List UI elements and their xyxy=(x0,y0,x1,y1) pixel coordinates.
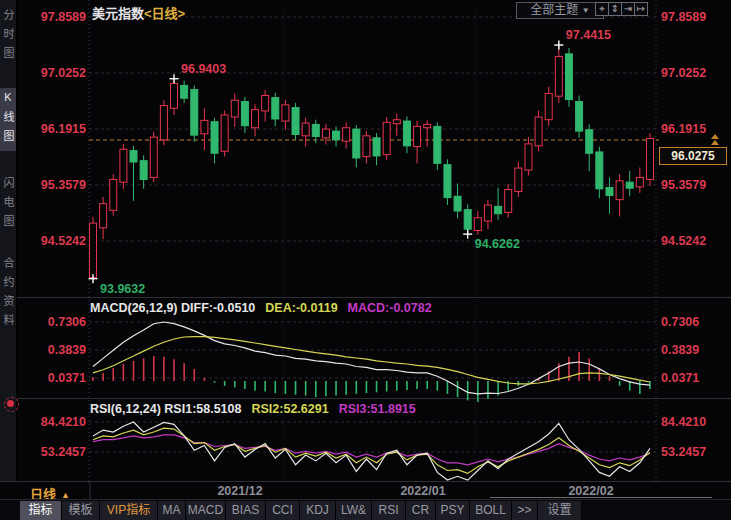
crosshair-icon[interactable]: ⌖ xyxy=(595,2,609,16)
rsi-axis-label-right: 53.2457 xyxy=(661,445,706,460)
tab-指标[interactable]: 指标 xyxy=(20,501,62,520)
macd-axis-label-left: 0.0371 xyxy=(0,371,86,386)
period-tag: <日线> xyxy=(144,6,185,21)
macd-axis-label-left: 0.7306 xyxy=(0,315,86,330)
tab-PSY[interactable]: PSY xyxy=(436,501,470,520)
price-axis-label-left: 95.3579 xyxy=(0,178,86,193)
fit-horizontal-axis-icon[interactable]: ⇥ xyxy=(621,2,635,16)
rsi3-value: RSI3:51.8915 xyxy=(339,402,416,416)
price-axis-label-right: 97.8589 xyxy=(661,10,706,25)
price-annotation: 97.4415 xyxy=(566,28,611,42)
tab-模板[interactable]: 模板 xyxy=(62,501,100,520)
rsi-axis-label-left: 84.4210 xyxy=(0,415,86,430)
price-annotation: 94.6262 xyxy=(475,237,520,251)
price-axis-label-right: 94.5242 xyxy=(661,234,706,249)
macd-axis-label-right: 0.0371 xyxy=(661,371,699,386)
trading-terminal: 分时图K线图闪电图合约资料 美元指数<日线> 全部主题 ▼ 96.0275 MA… xyxy=(0,0,731,520)
macd-diff-value: MACD(26,12,9) DIFF:-0.0510 xyxy=(90,301,255,315)
tab-VIP指标[interactable]: VIP指标 xyxy=(100,501,158,520)
price-axis-label-left: 97.8589 xyxy=(0,10,86,25)
collapse-panel-icon[interactable]: ↦ xyxy=(634,2,648,16)
tab-MA[interactable]: MA xyxy=(158,501,186,520)
rsi-axis-label-left: 53.2457 xyxy=(0,445,86,460)
macd-dea-value: DEA:-0.0119 xyxy=(265,301,337,315)
chart-canvas[interactable] xyxy=(0,0,731,520)
price-axis-label-left: 96.1915 xyxy=(0,122,86,137)
symbol-name: 美元指数 xyxy=(92,6,144,21)
price-axis-label-right: 95.3579 xyxy=(661,178,706,193)
rsi-axis-label-right: 84.4210 xyxy=(661,415,706,430)
theme-dropdown-label: 全部主题 xyxy=(530,3,578,17)
price-annotation: 93.9632 xyxy=(100,282,145,296)
macd-macd-value: MACD:-0.0782 xyxy=(348,301,432,315)
x-axis-label: 2022/02 xyxy=(556,484,626,498)
sidebar-item-2[interactable]: K线图 xyxy=(0,88,16,151)
tab-MACD[interactable]: MACD xyxy=(186,501,226,520)
tab-BOLL[interactable]: BOLL xyxy=(470,501,512,520)
tab->>[interactable]: >> xyxy=(512,501,538,520)
macd-axis-label-right: 0.3839 xyxy=(661,343,699,358)
indicator-tab-bar: 指标模板VIP指标MAMACDBIASCCIKDJLW&RSICRPSYBOLL… xyxy=(0,499,731,520)
rsi-header: RSI(6,12,24) RSI1:58.5108RSI2:52.6291RSI… xyxy=(90,402,426,416)
macd-axis-label-right: 0.7306 xyxy=(661,315,699,330)
price-axis-label-right: 96.1915 xyxy=(661,122,706,137)
macd-header: MACD(26,12,9) DIFF:-0.0510DEA:-0.0119MAC… xyxy=(90,301,442,315)
price-axis-label-left: 97.0252 xyxy=(0,66,86,81)
alert-dot-icon xyxy=(4,397,19,412)
tab-RSI[interactable]: RSI xyxy=(372,501,406,520)
current-price-marker: 96.0275 xyxy=(659,147,727,165)
x-axis-label: 2021/12 xyxy=(205,484,275,498)
tab-CCI[interactable]: CCI xyxy=(266,501,300,520)
rsi1-value: RSI(6,12,24) RSI1:58.5108 xyxy=(90,402,241,416)
macd-axis-label-left: 0.3839 xyxy=(0,343,86,358)
price-axis-label-right: 97.0252 xyxy=(661,66,706,81)
tab-LW&[interactable]: LW& xyxy=(336,501,372,520)
theme-dropdown[interactable]: 全部主题 ▼ xyxy=(516,2,604,19)
tab-设置[interactable]: 设置 xyxy=(538,501,582,520)
x-axis-label: 2022/01 xyxy=(388,484,458,498)
tab-KDJ[interactable]: KDJ xyxy=(300,501,336,520)
chevron-down-icon: ▼ xyxy=(582,6,590,15)
rsi2-value: RSI2:52.6291 xyxy=(251,402,328,416)
price-axis-label-left: 94.5242 xyxy=(0,234,86,249)
price-annotation: 96.9403 xyxy=(181,62,226,76)
chart-title: 美元指数<日线> xyxy=(92,3,185,22)
tab-BIAS[interactable]: BIAS xyxy=(226,501,266,520)
tab-CR[interactable]: CR xyxy=(406,501,436,520)
fit-vertical-axis-icon[interactable]: ⇕ xyxy=(608,2,622,16)
